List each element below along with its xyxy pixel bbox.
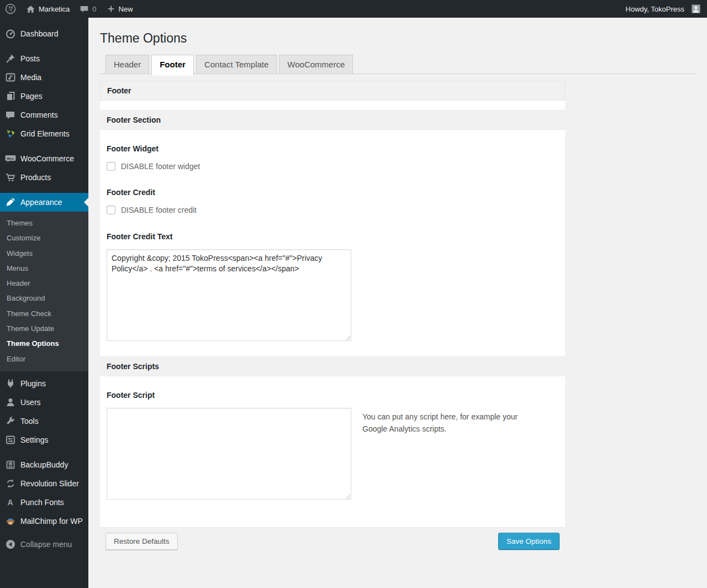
sidebar-item-label: Collapse menu xyxy=(20,540,72,549)
pin-icon xyxy=(0,53,20,64)
submenu-item-themes[interactable]: Themes xyxy=(0,216,88,230)
submenu-item-background[interactable]: Background xyxy=(0,291,88,306)
admin-bar: Marketica 0 New Howdy, TokoPress xyxy=(0,0,707,18)
new-label: New xyxy=(119,5,133,13)
footer-script-textarea[interactable] xyxy=(107,408,351,500)
sidebar-item-plugins[interactable]: Plugins xyxy=(0,374,88,393)
collapse-menu-button[interactable]: Collapse menu xyxy=(0,535,88,554)
sidebar-item-media[interactable]: Media xyxy=(0,68,88,87)
submenu-item-theme-options[interactable]: Theme Options xyxy=(0,336,88,351)
comment-bubble-icon xyxy=(80,4,89,14)
sidebar-item-dashboard[interactable]: Dashboard xyxy=(0,24,88,43)
dashboard-icon xyxy=(0,28,20,39)
collapse-icon xyxy=(0,539,20,550)
sidebar-item-label: Pages xyxy=(20,92,43,101)
admin-menu: Dashboard Posts Media Pages Comments Gri… xyxy=(0,18,88,588)
submenu-item-header[interactable]: Header xyxy=(0,276,88,291)
tab-bar: Header Footer Contact Template WooCommer… xyxy=(100,55,696,74)
panel-footer-bar: Restore Defaults Save Options xyxy=(100,527,565,555)
comments-icon xyxy=(0,109,20,120)
save-options-button[interactable]: Save Options xyxy=(498,533,560,550)
disable-footer-widget-checkbox[interactable] xyxy=(107,162,115,171)
sidebar-item-label: Comments xyxy=(20,111,58,119)
sidebar-item-comments[interactable]: Comments xyxy=(0,106,88,124)
grid-elements-icon xyxy=(0,128,20,139)
sidebar-item-grid-elements[interactable]: Grid Elements xyxy=(0,124,88,143)
sidebar-item-tools[interactable]: Tools xyxy=(0,412,88,431)
submenu-item-theme-update[interactable]: Theme Update xyxy=(0,321,88,336)
wrench-icon xyxy=(0,416,20,427)
mailchimp-icon xyxy=(0,516,20,527)
tab-woocommerce[interactable]: WooCommerce xyxy=(279,55,353,74)
avatar xyxy=(692,4,700,13)
footer-options-panel: Footer Footer Section Footer Widget DISA… xyxy=(100,81,565,555)
sidebar-item-pages[interactable]: Pages xyxy=(0,87,88,106)
pages-icon xyxy=(0,91,20,102)
sidebar-item-label: MailChimp for WP xyxy=(20,517,83,526)
footer-credit-text-textarea[interactable]: Copyright &copy; 2015 TokoPress<span><a … xyxy=(107,249,351,341)
new-content-menu[interactable]: New xyxy=(102,0,138,18)
woocommerce-icon: Woo xyxy=(0,153,20,164)
sidebar-item-appearance[interactable]: Appearance xyxy=(0,193,88,212)
sidebar-item-mailchimp[interactable]: MailChimp for WP xyxy=(0,512,88,531)
main-content: Theme Options Header Footer Contact Temp… xyxy=(88,0,707,588)
restore-defaults-button[interactable]: Restore Defaults xyxy=(105,533,178,550)
sidebar-item-label: Punch Fonts xyxy=(20,498,64,507)
plugin-icon xyxy=(0,378,20,389)
sidebar-item-backupbuddy[interactable]: BackupBuddy xyxy=(0,455,88,474)
footer-widget-option: DISABLE footer widget xyxy=(107,162,558,171)
checkbox-label: DISABLE footer credit xyxy=(121,206,197,214)
footer-credit-label: Footer Credit xyxy=(107,188,558,197)
comment-count: 0 xyxy=(92,5,96,13)
wordpress-logo-menu[interactable] xyxy=(0,0,21,18)
sidebar-item-label: Dashboard xyxy=(20,29,59,38)
media-icon xyxy=(0,72,20,83)
account-menu[interactable]: Howdy, TokoPress xyxy=(621,0,700,18)
comments-bubble[interactable]: 0 xyxy=(75,0,101,18)
footer-script-label: Footer Script xyxy=(107,391,558,400)
settings-icon xyxy=(0,434,20,445)
brush-icon xyxy=(0,197,20,208)
sidebar-item-revolution-slider[interactable]: Revolution Slider xyxy=(0,474,88,493)
sidebar-item-label: Tools xyxy=(20,417,39,426)
sidebar-item-users[interactable]: Users xyxy=(0,393,88,412)
sidebar-item-label: Media xyxy=(20,73,41,82)
howdy-text: Howdy, TokoPress xyxy=(626,5,684,13)
sidebar-item-settings[interactable]: Settings xyxy=(0,431,88,449)
sidebar-item-products[interactable]: Products xyxy=(0,168,88,187)
sidebar-item-posts[interactable]: Posts xyxy=(0,49,88,68)
sidebar-item-woocommerce[interactable]: Woo WooCommerce xyxy=(0,149,88,168)
tab-footer[interactable]: Footer xyxy=(151,55,194,76)
page-title: Theme Options xyxy=(100,18,696,52)
sidebar-item-label: Plugins xyxy=(20,379,46,388)
home-icon xyxy=(26,4,35,14)
disable-footer-credit-checkbox[interactable] xyxy=(107,206,115,214)
site-name-link[interactable]: Marketica xyxy=(21,0,75,18)
wordpress-logo-icon xyxy=(5,3,16,14)
footer-widget-label: Footer Widget xyxy=(107,144,558,153)
submenu-item-widgets[interactable]: Widgets xyxy=(0,246,88,261)
footer-credit-option: DISABLE footer credit xyxy=(107,206,558,214)
sidebar-item-label: BackupBuddy xyxy=(20,460,68,469)
refresh-icon xyxy=(0,478,20,489)
sidebar-item-label: Settings xyxy=(20,435,49,444)
submenu-item-theme-check[interactable]: Theme Check xyxy=(0,306,88,321)
checkbox-label: DISABLE footer widget xyxy=(121,162,200,171)
sidebar-item-label: Users xyxy=(20,398,41,407)
tab-header[interactable]: Header xyxy=(105,55,149,74)
sidebar-item-punch-fonts[interactable]: A Punch Fonts xyxy=(0,493,88,512)
footer-script-description: You can put any script here, for example… xyxy=(362,411,534,435)
font-a-icon: A xyxy=(0,498,20,506)
sidebar-item-label: Products xyxy=(20,173,51,182)
submenu-item-editor[interactable]: Editor xyxy=(0,351,88,366)
plus-icon xyxy=(107,4,115,13)
user-icon xyxy=(0,397,20,408)
tab-contact-template[interactable]: Contact Template xyxy=(196,55,277,74)
sidebar-item-label: WooCommerce xyxy=(20,154,74,163)
sidebar-item-label: Appearance xyxy=(20,198,62,207)
footer-section-header: Footer Section xyxy=(100,110,565,130)
submenu-item-customize[interactable]: Customize xyxy=(0,230,88,245)
footer-scripts-header: Footer Scripts xyxy=(100,356,565,376)
appearance-submenu: Themes Customize Widgets Menus Header Ba… xyxy=(0,212,88,371)
submenu-item-menus[interactable]: Menus xyxy=(0,261,88,276)
